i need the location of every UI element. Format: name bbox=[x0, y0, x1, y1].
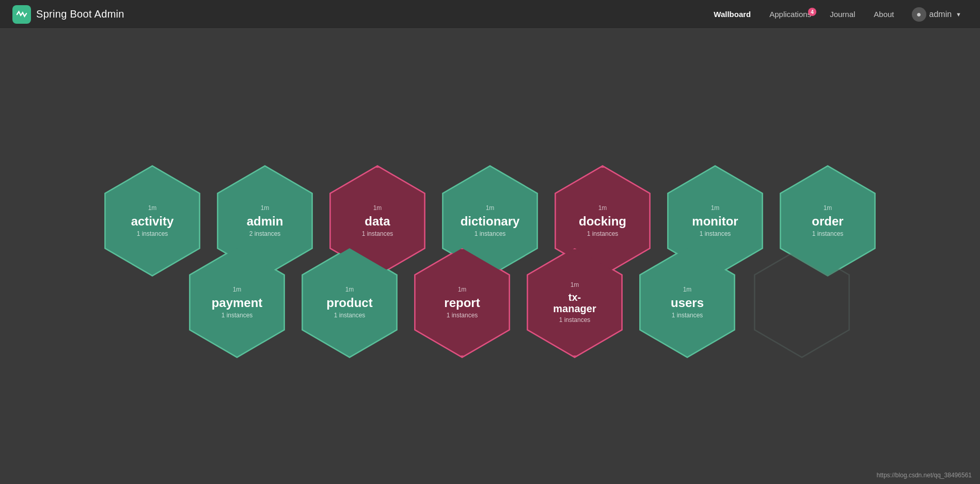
nav-applications[interactable]: Applications 4 bbox=[762, 7, 818, 22]
user-name: admin bbox=[929, 10, 952, 19]
applications-badge: 4 bbox=[808, 8, 816, 16]
footer-url: https://blog.csdn.net/qq_38496561 bbox=[877, 472, 972, 479]
user-avatar: ● bbox=[912, 7, 926, 22]
chevron-down-icon: ▼ bbox=[956, 11, 961, 18]
hex-grid: 1m activity 1 instances 1m admin 2 insta… bbox=[96, 167, 884, 357]
nav-journal[interactable]: Journal bbox=[823, 7, 862, 22]
navbar-nav: Wallboard Applications 4 Journal About ●… bbox=[706, 4, 968, 25]
nav-wallboard[interactable]: Wallboard bbox=[706, 7, 758, 22]
navbar: Spring Boot Admin Wallboard Applications… bbox=[0, 0, 980, 29]
brand-icon bbox=[12, 5, 31, 24]
wallboard: 1m activity 1 instances 1m admin 2 insta… bbox=[0, 29, 980, 484]
brand: Spring Boot Admin bbox=[12, 5, 706, 24]
brand-title: Spring Boot Admin bbox=[36, 8, 124, 20]
nav-user[interactable]: ● admin ▼ bbox=[906, 4, 968, 25]
nav-about[interactable]: About bbox=[866, 7, 901, 22]
